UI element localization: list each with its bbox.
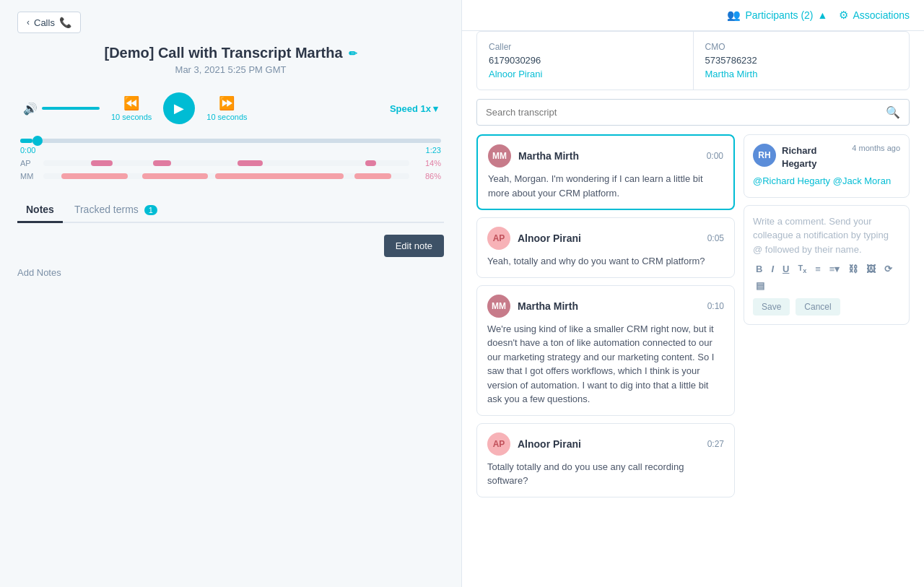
speaker-pct-ap: 14% [415, 159, 441, 168]
speaker-bar-ap-1 [91, 160, 113, 166]
caller-phone: 6179030296 [489, 55, 681, 66]
associations-button[interactable]: ⚙ Associations [839, 9, 910, 22]
avatar-ap-3: AP [487, 432, 510, 456]
comment-card: RH Richard Hegarty 4 months ago @Richard… [744, 134, 910, 198]
speaker-bar-mm-3 [215, 173, 343, 179]
avatar-mm-2: MM [487, 295, 510, 318]
speaker-bar-ap-3 [237, 160, 263, 166]
toolbar-dropdown[interactable]: ≡▾ [827, 262, 843, 276]
toolbar-italic[interactable]: I [768, 262, 777, 276]
back-button[interactable]: ‹ Calls 📞 [17, 12, 81, 33]
speaker-track-mm [43, 173, 409, 179]
cmo-name[interactable]: Martha Mirth [705, 69, 898, 79]
call-date: Mar 3, 2021 5:25 PM GMT [17, 64, 444, 75]
search-box: 🔍 [476, 99, 910, 126]
transcript-list: MM Martha Mirth 0:00 Yeah, Morgan. I'm w… [476, 134, 735, 578]
edit-note-button[interactable]: Edit note [384, 235, 444, 257]
skip-forward-button[interactable]: ⏩ 10 seconds [206, 95, 247, 121]
back-arrow-icon: ‹ [27, 17, 30, 27]
participant-card-caller: Caller 6179030296 Alnoor Pirani [477, 32, 694, 90]
transcript-text-3: Totally totally and do you use any call … [487, 460, 724, 488]
transcript-card-0: MM Martha Mirth 0:00 Yeah, Morgan. I'm w… [476, 134, 735, 210]
speaker-bar-ap-2 [153, 160, 171, 166]
toolbar-list[interactable]: ≡ [812, 262, 824, 276]
transcript-card-1: AP Alnoor Pirani 0:05 Yeah, totally and … [476, 217, 735, 278]
timeline-progress [20, 139, 32, 143]
participants-dropdown: Caller 6179030296 Alnoor Pirani CMO 5735… [476, 31, 910, 90]
audio-controls: 🔊 ⏪ 10 seconds ▶ ⏩ 10 seconds Speed 1x ▾ [17, 92, 444, 124]
participant-card-cmo: CMO 5735786232 Martha Mirth [694, 32, 910, 90]
timeline-end: 1:23 [426, 146, 441, 155]
add-notes-link[interactable]: Add Notes [17, 267, 61, 278]
timeline-section: 0:00 1:23 AP 14% MM 86% [17, 139, 444, 181]
timeline-start: 0:00 [20, 146, 35, 155]
skip-forward-label: 10 seconds [206, 113, 247, 121]
speaker-bar-mm-4 [354, 173, 391, 179]
speaker-bar-mm-2 [142, 173, 208, 179]
skip-back-icon: ⏪ [123, 95, 139, 111]
toolbar-bold[interactable]: B [753, 262, 765, 276]
toolbar-table[interactable]: ▤ [753, 279, 767, 292]
skip-back-button[interactable]: ⏪ 10 seconds [111, 95, 152, 121]
volume-slider[interactable] [42, 107, 100, 110]
timeline-bar[interactable] [20, 139, 441, 143]
cancel-comment-button[interactable]: Cancel [796, 298, 840, 316]
speed-chevron-icon: ▾ [433, 103, 438, 114]
toolbar-text-format[interactable]: Tx [795, 262, 809, 276]
speed-button[interactable]: Speed 1x ▾ [390, 103, 438, 114]
comment-author: Richard Hegarty [782, 145, 816, 169]
associations-icon: ⚙ [839, 9, 848, 22]
call-title: [Demo] Call with Transcript Martha ✏ [17, 45, 444, 61]
cmo-role: CMO [705, 42, 898, 52]
transcript-text-1: Yeah, totally and why do you want to CRM… [487, 254, 724, 269]
speaker-row-mm: MM 86% [20, 172, 441, 181]
volume-icon: 🔊 [23, 102, 38, 116]
timeline-handle[interactable] [32, 136, 43, 146]
comment-time: 4 months ago [852, 144, 900, 152]
speaker-label-mm: MM [20, 172, 38, 181]
toolbar-image[interactable]: 🖼 [863, 262, 879, 276]
speaker-name-2: Martha Mirth [518, 300, 700, 312]
tab-notes[interactable]: Notes [17, 198, 63, 223]
toolbar-embed[interactable]: ⟳ [881, 262, 895, 276]
search-input[interactable] [486, 107, 880, 118]
write-comment-placeholder[interactable]: Write a comment. Send your colleague a n… [753, 214, 900, 257]
avatar-rh: RH [753, 144, 776, 167]
speaker-row-ap: AP 14% [20, 159, 441, 168]
save-comment-button[interactable]: Save [753, 298, 790, 316]
transcript-card-2: MM Martha Mirth 0:10 We're using kind of… [476, 285, 735, 416]
comment-text: @Richard Hegarty @Jack Moran [753, 174, 900, 188]
transcript-header-2: MM Martha Mirth 0:10 [487, 295, 724, 318]
timestamp-0: 0:00 [707, 151, 723, 161]
tab-tracked-terms[interactable]: Tracked terms 1 [66, 198, 166, 223]
edit-title-icon[interactable]: ✏ [349, 48, 357, 59]
transcript-text-0: Yeah, Morgan. I'm wondering if I can lea… [488, 172, 723, 200]
right-header: 👥 Participants (2) ▲ ⚙ Associations [462, 0, 924, 31]
speaker-label-ap: AP [20, 159, 38, 168]
toolbar-underline[interactable]: U [780, 262, 792, 276]
comment-toolbar: B I U Tx ≡ ≡▾ ⛓ 🖼 ⟳ ▤ [753, 262, 900, 292]
timestamp-3: 0:27 [707, 439, 724, 449]
tab-tracked-terms-label: Tracked terms [74, 204, 139, 215]
search-section: 🔍 [462, 90, 924, 126]
phone-icon: 📞 [59, 17, 71, 28]
cmo-phone: 5735786232 [705, 55, 898, 66]
tracked-terms-badge: 1 [144, 205, 157, 215]
call-title-section: [Demo] Call with Transcript Martha ✏ Mar… [17, 45, 444, 75]
comment-actions: Save Cancel [753, 298, 900, 316]
caller-name[interactable]: Alnoor Pirani [489, 69, 681, 79]
play-button[interactable]: ▶ [163, 92, 195, 124]
skip-forward-icon: ⏩ [219, 95, 235, 111]
caller-role: Caller [489, 42, 681, 52]
toolbar-link[interactable]: ⛓ [845, 262, 860, 276]
transcript-header-0: MM Martha Mirth 0:00 [488, 144, 723, 168]
speaker-track-ap [43, 160, 409, 166]
transcript-card-3: AP Alnoor Pirani 0:27 Totally totally an… [476, 423, 735, 497]
timestamp-2: 0:10 [707, 301, 724, 311]
participants-button[interactable]: 👥 Participants (2) ▲ [727, 9, 827, 22]
chevron-up-icon: ▲ [818, 9, 828, 21]
write-comment-card: Write a comment. Send your colleague a n… [744, 205, 910, 326]
avatar-ap-1: AP [487, 227, 510, 250]
comment-mention-1: @Richard Hegarty [753, 175, 830, 186]
comment-header: RH Richard Hegarty 4 months ago [753, 144, 900, 170]
